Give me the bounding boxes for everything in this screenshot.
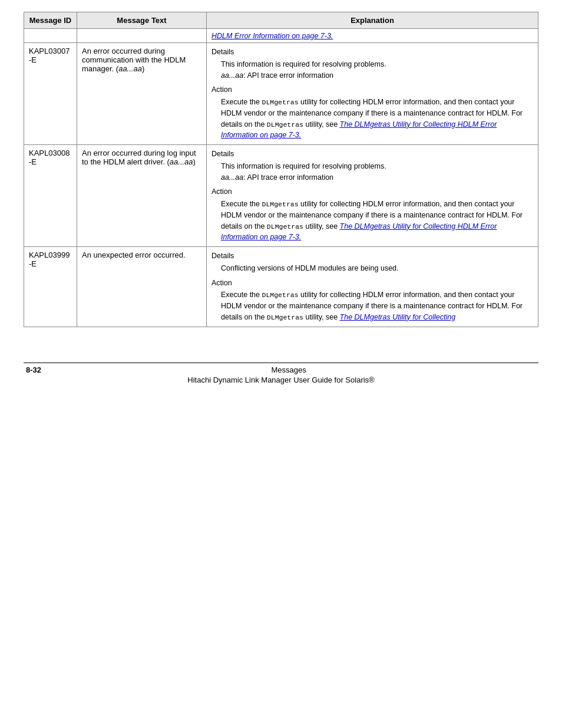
param-aa: aa...aa [118,64,142,73]
code-dlmgetras-2: DLMgetras [262,200,299,208]
detail-item-2a: This information is required for resolvi… [211,161,533,172]
explanation-block-kapl03008: Details This information is required for… [211,149,533,243]
hdlm-error-link-top[interactable]: HDLM Error Information on page 7-3. [211,32,333,40]
page-wrapper: Message ID Message Text Explanation HDLM… [24,12,538,384]
exp-kapl03007: Details This information is required for… [207,43,538,145]
table-row-kapl03999: KAPL03999-E An unexpected error occurred… [24,247,538,327]
col-header-id: Message ID [24,12,77,29]
action-link-1[interactable]: The DLMgetras Utility for Collecting HDL… [221,120,497,140]
action-text-2: Execute the DLMgetras utility for collec… [211,199,533,243]
page-number: 8-32 [26,365,41,374]
empty-cell-id [24,29,77,43]
detail-item-1a: This information is required for resolvi… [211,59,533,70]
detail-item-3a: Conflicting versions of HDLM modules are… [211,263,533,274]
param-aa-detail: aa...aa [221,71,243,80]
action-label-3: Action [211,278,533,289]
msg-text-kapl03007: An error occurred during communication w… [77,43,207,145]
top-link-cell: HDLM Error Information on page 7-3. [207,29,538,43]
action-text-3: Execute the DLMgetras utility for collec… [211,289,533,322]
code-dlmgetras-3: DLMgetras [262,291,299,299]
footer-top: 8-32 Messages [24,365,538,374]
col-header-msg: Message Text [77,12,207,29]
exp-kapl03008: Details This information is required for… [207,145,538,247]
footer-divider [24,363,538,363]
details-label-3: Details [211,251,533,262]
footer-bottom-text: Hitachi Dynamic Link Manager User Guide … [187,375,374,384]
footer-center: Messages [271,365,306,374]
table-row-top: HDLM Error Information on page 7-3. [24,29,538,43]
detail-item-1b: aa...aa: API trace error information [211,70,533,81]
table-row-kapl03008: KAPL03008-E An error occurred during log… [24,145,538,247]
explanation-block-kapl03999: Details Conflicting versions of HDLM mod… [211,251,533,323]
msg-id-kapl03008: KAPL03008-E [24,145,77,247]
main-table: Message ID Message Text Explanation HDLM… [24,12,538,327]
footer: 8-32 Messages Hitachi Dynamic Link Manag… [24,363,538,384]
detail-item-2b: aa...aa: API trace error information [211,172,533,183]
param-aa-detail-2: aa...aa [221,173,243,182]
action-link-3[interactable]: The DLMgetras Utility for Collecting [340,313,456,321]
action-label-1: Action [211,84,533,95]
param-aa-3008: aa...aa [170,157,193,166]
footer-bottom: Hitachi Dynamic Link Manager User Guide … [24,375,538,384]
details-label-1: Details [211,47,533,58]
action-label-2: Action [211,186,533,197]
code-dlmgetras-1: DLMgetras [262,98,299,106]
col-header-exp: Explanation [207,12,538,29]
exp-kapl03999: Details Conflicting versions of HDLM mod… [207,247,538,327]
details-label-2: Details [211,149,533,160]
msg-id-kapl03007: KAPL03007-E [24,43,77,145]
msg-id-kapl03999: KAPL03999-E [24,247,77,327]
code-dlmgetras-3b: DLMgetras [267,314,303,321]
explanation-block-kapl03007: Details This information is required for… [211,47,533,141]
code-dlmgetras-1b: DLMgetras [267,121,303,129]
action-link-2[interactable]: The DLMgetras Utility for Collecting HDL… [221,222,497,242]
table-row-kapl03007: KAPL03007-E An error occurred during com… [24,43,538,145]
empty-cell-msg [77,29,207,43]
msg-text-kapl03999: An unexpected error occurred. [77,247,207,327]
msg-text-kapl03008: An error occurred during log input to th… [77,145,207,247]
code-dlmgetras-2b: DLMgetras [267,223,303,230]
action-text-1: Execute the DLMgetras utility for collec… [211,97,533,141]
